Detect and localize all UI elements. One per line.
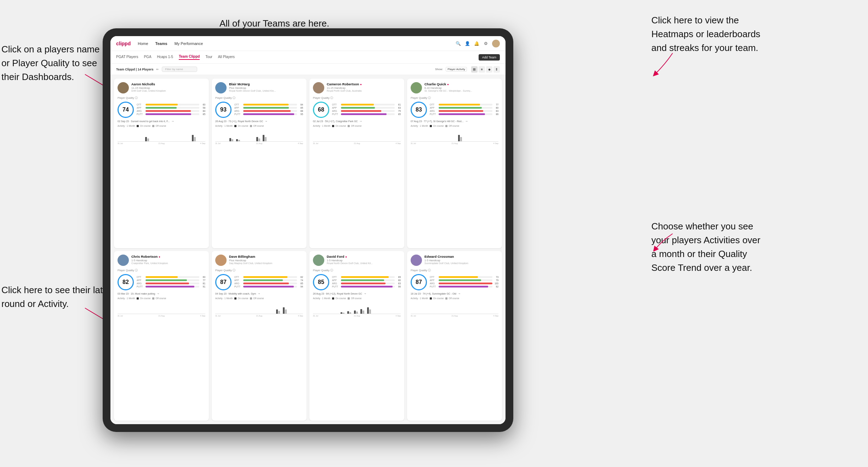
latest-round[interactable]: 02 Jul 23 · 59 (+17), Craigmillar Park G… (313, 120, 401, 123)
latest-round-arrow: → (465, 120, 468, 123)
stat-row-app: APP 79 (430, 279, 498, 281)
player-name[interactable]: Blair McHarg (229, 82, 303, 86)
quality-label[interactable]: Player Quality ⓘ (118, 269, 205, 272)
score-circle[interactable]: 83 (411, 102, 427, 118)
latest-round[interactable]: 03 Mar 23 · 19, Must make putting → (118, 292, 205, 295)
tab-all-players[interactable]: All Players (218, 55, 235, 59)
search-icon[interactable]: 🔍 (455, 41, 461, 46)
latest-round[interactable]: 26 Aug 23 · 73 (+1), Royal North Devon G… (215, 120, 303, 123)
score-circle[interactable]: 68 (313, 102, 329, 118)
quality-label[interactable]: Player Quality ⓘ (411, 96, 498, 100)
stat-bars: OTT 82 APP 74 ARG 85 PUTT 94 (234, 276, 303, 289)
player-name[interactable]: Dave Billingham (229, 255, 303, 258)
stat-row-ott: OTT 89 (332, 276, 401, 278)
stat-row-app: APP 77 (137, 279, 205, 281)
player-card[interactable]: Edward Crossman 1-5 Handicap Sunningdale… (407, 251, 502, 421)
quality-label[interactable]: Player Quality ⓘ (411, 269, 498, 272)
list-view-button[interactable]: ≡ (479, 66, 485, 73)
show-select[interactable]: Player Activity (446, 67, 467, 72)
quality-label[interactable]: Player Quality ⓘ (215, 96, 303, 100)
nav-teams[interactable]: Teams (155, 41, 167, 46)
off-course-legend (445, 125, 447, 127)
player-card[interactable]: Charlie Quick ● 6-10 Handicap St. George… (407, 79, 502, 248)
annotation-heatmaps: Click here to view theHeatmaps or leader… (651, 13, 760, 55)
player-club: Sag Maging Golf Club, United Kingdom (229, 262, 303, 264)
nav-home[interactable]: Home (138, 41, 148, 46)
activity-header: Activity · 1 Month On course Off course (411, 125, 498, 127)
player-info: Cameron Robertson ● 11-15 Handicap Royal… (327, 82, 401, 92)
stat-row-ott: OTT 82 (234, 276, 303, 278)
score-circle[interactable]: 74 (118, 102, 134, 118)
quality-label[interactable]: Player Quality ⓘ (118, 96, 205, 100)
add-team-button[interactable]: Add Team (479, 54, 500, 61)
ipad-screen: clippd Home Teams My Performance 🔍 👤 🔔 ⚙… (110, 36, 506, 424)
player-avatar (313, 82, 324, 93)
tab-pgat-players[interactable]: PGAT Players (116, 55, 138, 59)
latest-round[interactable]: 04 Sep 23 · Mobility with coach, Gym → (215, 292, 303, 295)
verified-icon: ● (360, 83, 362, 86)
heatmap-view-button[interactable]: ◈ (486, 66, 492, 73)
stat-row-ott: OTT 73 (430, 276, 498, 278)
settings-icon[interactable]: ⚙ (483, 41, 489, 46)
player-name[interactable]: Edward Crossman (424, 255, 498, 258)
quality-label[interactable]: Player Quality ⓘ (215, 269, 303, 272)
mini-chart: 31 Jul 21 Aug 4 Sep (313, 301, 401, 317)
grid-view-button[interactable]: ⊞ (471, 66, 478, 73)
chart-bars (313, 301, 401, 314)
latest-round-arrow: → (171, 120, 174, 123)
player-name[interactable]: David Ford ● (327, 255, 401, 258)
user-avatar[interactable] (492, 40, 500, 47)
chart-bars (118, 128, 205, 142)
user-icon[interactable]: 👤 (464, 41, 470, 46)
player-info: Aaron Nicholls 11-15 Handicap Drift Golf… (131, 82, 205, 92)
player-info: Blair McHarg Plus Handicap Royal North D… (229, 82, 303, 92)
score-circle[interactable]: 87 (411, 274, 427, 290)
card-header: Chris Robertson ● 1-5 Handicap Craigmill… (118, 255, 205, 266)
quality-row: 87 OTT 73 APP 79 ARG 103 PUTT 92 (411, 274, 498, 290)
score-circle[interactable]: 93 (215, 102, 232, 118)
score-circle[interactable]: 87 (215, 274, 232, 290)
show-label: Show: (435, 68, 443, 71)
quality-label[interactable]: Player Quality ⓘ (313, 96, 401, 100)
nav-my-performance[interactable]: My Performance (175, 41, 203, 46)
player-card[interactable]: David Ford ● 1-5 Handicap Royal North De… (309, 251, 404, 421)
verified-icon: ● (345, 255, 347, 258)
off-course-legend (445, 297, 447, 300)
sort-button[interactable]: ⇕ (493, 66, 500, 73)
score-circle[interactable]: 85 (313, 274, 329, 290)
tab-pga[interactable]: PGA (144, 55, 151, 59)
player-card[interactable]: Dave Billingham Plus Handicap Sag Maging… (212, 251, 307, 421)
player-card[interactable]: Chris Robertson ● 1-5 Handicap Craigmill… (114, 251, 209, 421)
latest-round[interactable]: 02 Sep 23 · Sunset round to get back int… (118, 120, 205, 123)
latest-round[interactable]: 26 Aug 23 · 84 (+12), Royal North Devon … (313, 292, 401, 295)
view-icons: ⊞ ≡ ◈ ⇕ (471, 66, 500, 73)
player-hcp: 6-10 Handicap (424, 86, 498, 90)
player-card[interactable]: Cameron Robertson ● 11-15 Handicap Royal… (309, 79, 404, 248)
player-hcp: Plus Handicap (229, 259, 303, 262)
player-info: David Ford ● 1-5 Handicap Royal North De… (327, 255, 401, 264)
latest-round[interactable]: 07 Aug 23 · 77 (+7), St George's Hill GC… (411, 120, 498, 123)
tab-hcaps[interactable]: Hcaps 1-5 (157, 55, 173, 59)
tab-tour[interactable]: Tour (205, 55, 212, 59)
search-input[interactable]: Filter by name (162, 67, 197, 72)
latest-round[interactable]: 18 Jul 23 · 74 (+4), Sunningdale GC - Ol… (411, 292, 498, 295)
quality-label[interactable]: Player Quality ⓘ (313, 269, 401, 272)
player-name[interactable]: Charlie Quick ● (424, 82, 498, 86)
mini-chart: 31 Jul 21 Aug 4 Sep (411, 301, 498, 317)
player-name[interactable]: Chris Robertson ● (131, 255, 205, 258)
stat-row-app: APP 80 (430, 107, 498, 109)
player-name[interactable]: Cameron Robertson ● (327, 82, 401, 86)
on-course-legend (332, 125, 334, 127)
score-circle[interactable]: 82 (118, 274, 134, 290)
stat-row-arg: ARG 75 (332, 110, 401, 112)
stat-row-arg: ARG 103 (430, 282, 498, 285)
bell-icon[interactable]: 🔔 (474, 41, 479, 46)
tab-team-clippd[interactable]: Team Clippd (179, 55, 200, 60)
card-header: Cameron Robertson ● 11-15 Handicap Royal… (313, 82, 401, 93)
player-card[interactable]: Aaron Nicholls 11-15 Handicap Drift Golf… (114, 79, 209, 248)
player-card[interactable]: Blair McHarg Plus Handicap Royal North D… (212, 79, 307, 248)
off-course-legend (348, 125, 350, 127)
player-info: Dave Billingham Plus Handicap Sag Maging… (229, 255, 303, 264)
player-name[interactable]: Aaron Nicholls (131, 82, 205, 86)
edit-icon[interactable]: ✏ (156, 68, 159, 71)
